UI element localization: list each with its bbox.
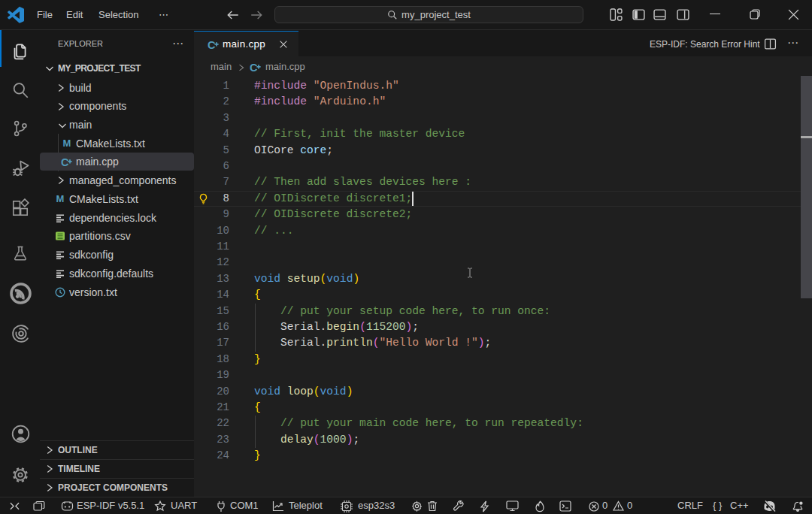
svg-text:C: C bbox=[61, 156, 69, 168]
svg-text:C: C bbox=[250, 62, 258, 74]
svg-text:C: C bbox=[208, 39, 216, 51]
